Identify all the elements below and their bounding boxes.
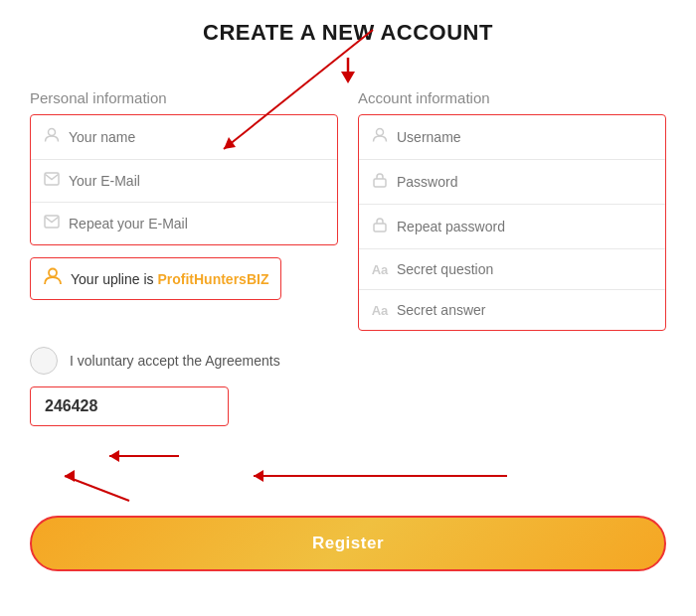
personal-section: Personal information [30,89,338,331]
repeat-password-field-row [359,205,665,249]
svg-point-6 [377,129,384,136]
register-button[interactable]: Register [30,516,666,571]
secret-answer-input[interactable] [397,302,653,318]
lock-repeat-icon [371,217,389,236]
username-field-row [359,115,665,160]
account-section-label: Account information [358,89,666,106]
password-input[interactable] [397,174,653,190]
captcha-box: 246428 [30,386,229,426]
email-input[interactable] [69,173,325,189]
upline-row: Your upline is ProfitHuntersBIZ [30,257,281,300]
personal-section-label: Personal information [30,89,338,106]
agreement-row: I voluntary accept the Agreements [30,347,666,375]
repeat-email-field-row [31,203,337,244]
form-wrapper: Personal information [30,89,666,571]
svg-rect-7 [374,179,386,187]
lock-icon [371,172,389,192]
email-repeat-icon [43,215,61,232]
username-input[interactable] [397,129,653,145]
captcha-value: 246428 [45,397,97,414]
answer-icon: Aa [371,303,389,318]
annotation-arrows [30,446,696,506]
title-arrow-down [333,56,363,85]
secret-answer-field-row: Aa [359,290,665,330]
svg-marker-12 [65,470,75,482]
agreement-checkbox[interactable] [30,347,58,375]
agreement-label: I voluntary accept the Agreements [70,353,280,369]
account-section: Account information [358,89,666,331]
svg-point-2 [49,129,56,136]
email-icon [43,172,61,190]
email-field-row [31,160,337,203]
question-icon: Aa [371,262,389,277]
register-btn-wrap: Register [30,516,666,571]
svg-marker-1 [341,72,355,83]
person-icon [43,127,61,147]
upline-prefix: Your upline is [71,271,157,287]
secret-question-input[interactable] [397,261,653,277]
upline-text: Your upline is ProfitHuntersBIZ [71,271,268,287]
name-field-row [31,115,337,160]
form-sections: Personal information [30,89,666,331]
svg-marker-10 [254,470,263,482]
page-title: CREATE A NEW ACCOUNT [203,20,493,46]
svg-marker-14 [109,450,119,462]
repeat-password-input[interactable] [397,219,653,234]
svg-rect-8 [374,224,386,231]
upline-name: ProfitHuntersBIZ [157,271,268,287]
personal-fields-box [30,114,338,245]
bottom-section: I voluntary accept the Agreements 246428… [30,347,666,571]
name-input[interactable] [69,129,325,145]
account-fields-box: Aa Aa [358,114,666,331]
upline-icon [43,266,63,291]
username-person-icon [371,127,389,147]
secret-question-field-row: Aa [359,249,665,290]
repeat-email-input[interactable] [69,216,325,231]
svg-point-5 [49,269,57,277]
password-field-row [359,160,665,205]
